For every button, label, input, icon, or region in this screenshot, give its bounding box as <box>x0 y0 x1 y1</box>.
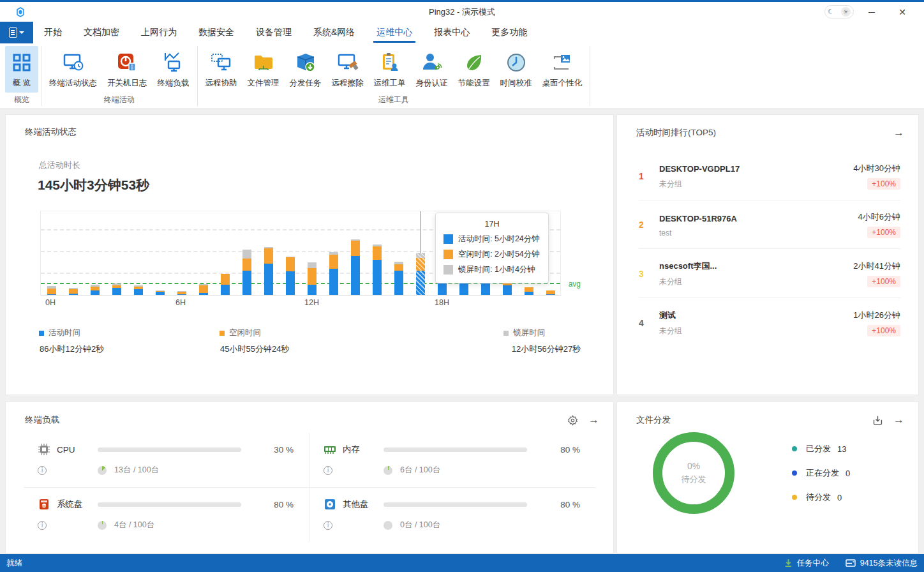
tab-report-center[interactable]: 报表中心 <box>423 22 481 43</box>
panel-title-distribution: 文件分发 <box>636 414 671 426</box>
chart-bar[interactable] <box>134 285 143 295</box>
bar-segment <box>112 288 121 295</box>
tab-web-behavior[interactable]: 上网行为 <box>130 22 188 43</box>
monitor-chart-icon <box>162 51 185 74</box>
arrow-right-icon[interactable]: → <box>893 126 904 139</box>
ribbon-item-file-management[interactable]: 文件管理 <box>242 46 285 93</box>
tab-doc-encryption[interactable]: 文档加密 <box>73 22 130 43</box>
clock-icon <box>505 51 528 74</box>
ribbon-item-time-calibration[interactable]: 时间校准 <box>495 46 537 93</box>
task-center-button[interactable]: 任务中心 <box>784 558 829 569</box>
ribbon-group-terminal-activity: 终端活动 <box>41 93 197 109</box>
monitor-clock-icon <box>62 51 85 74</box>
ribbon-item-terminal-activity[interactable]: 终端活动状态 <box>44 46 102 93</box>
tab-more-features[interactable]: 更多功能 <box>481 22 538 43</box>
bar-segment <box>308 285 317 295</box>
chart-bar[interactable] <box>329 252 338 295</box>
theme-toggle[interactable]: ☾ ☀ <box>824 5 854 19</box>
chart-legend: 活动时间 86小时12分钟2秒 空闲时间 45小时55分钟24秒 锁屏时间 12… <box>39 327 581 355</box>
ribbon-item-remote-wipe[interactable]: 远程擦除 <box>327 46 369 93</box>
metric-count: 4台 / 100台 <box>114 520 154 531</box>
unread-messages-button[interactable]: 9415条未读信息 <box>846 558 918 569</box>
activity-time: 2小时41分钟 <box>853 260 900 272</box>
chart-bar[interactable] <box>394 262 403 295</box>
legend-idle: 空闲时间 45小时55分钟24秒 <box>220 327 400 355</box>
chart-tooltip: 17H 活动时间: 5小时24分钟 空闲时间: 2小时54分钟 锁屏时间: 1小… <box>435 213 549 283</box>
bar-segment <box>221 285 230 295</box>
document-icon <box>9 27 17 38</box>
ribbon-item-ops-ticket[interactable]: 运维工单 <box>369 46 411 93</box>
chart-bar[interactable] <box>351 239 360 295</box>
donut-status: 待分发 <box>682 474 706 485</box>
metric-cpu: CPU 30 % i 13台 / 100台 <box>24 433 309 488</box>
ribbon-item-distribute-task[interactable]: 分发任务 <box>285 46 327 93</box>
chart-bar[interactable] <box>221 274 230 295</box>
pie-indicator-icon <box>384 521 392 530</box>
chart-bar[interactable] <box>242 250 251 295</box>
metric-memory: 内存 80 % i 6台 / 100台 <box>309 433 595 488</box>
ribbon-item-desktop-personalization[interactable]: 桌面个性化 <box>537 46 588 93</box>
chart-bar[interactable] <box>373 245 382 295</box>
tab-system-network[interactable]: 系统&网络 <box>302 22 366 43</box>
bar-segment <box>264 248 273 264</box>
ribbon-item-power-log[interactable]: 开关机日志 <box>102 46 153 93</box>
info-icon[interactable]: i <box>38 521 47 530</box>
folder-icon <box>252 51 275 74</box>
chart-bar[interactable] <box>199 284 208 295</box>
x-axis: 0H 6H 12H 18H <box>40 298 561 311</box>
terminal-name: nsecsoft李国... <box>659 261 717 271</box>
close-button[interactable]: ✕ <box>890 4 915 20</box>
ribbon-item-energy-saving[interactable]: 节能设置 <box>453 46 495 93</box>
tab-device-management[interactable]: 设备管理 <box>245 22 302 43</box>
ribbon-item-terminal-load[interactable]: 终端负载 <box>153 46 195 93</box>
chart-bar[interactable] <box>156 290 165 295</box>
chart-bar[interactable] <box>112 283 121 295</box>
titlebar: Ping32 - 演示模式 ☾ ☀ ─ ✕ <box>0 2 924 22</box>
distribute-download-icon[interactable] <box>872 415 883 426</box>
ribbon-group-overview: 概览 <box>3 93 41 109</box>
arrow-right-icon[interactable]: → <box>893 414 904 426</box>
ribbon-item-identity-auth[interactable]: 身份认证 <box>411 46 453 93</box>
lock-total: 12小时56分钟27秒 <box>400 343 581 355</box>
active-swatch <box>443 234 453 244</box>
chart-bar[interactable] <box>416 253 425 295</box>
app-menu-button[interactable] <box>0 22 33 43</box>
info-icon[interactable]: i <box>324 466 332 475</box>
arrow-right-icon[interactable]: → <box>588 414 599 426</box>
pie-indicator-icon <box>98 521 107 530</box>
chart-bar[interactable] <box>525 287 533 295</box>
chart-bar[interactable] <box>47 286 56 295</box>
terminal-name: DESKTOP-VGDPL17 <box>659 164 740 174</box>
memory-icon <box>324 443 336 456</box>
bar-segment <box>134 289 143 295</box>
active-total: 86小时12分钟2秒 <box>39 343 220 355</box>
info-icon[interactable]: i <box>38 466 47 475</box>
chart-bar[interactable] <box>546 290 555 295</box>
chart-bar[interactable] <box>308 262 317 295</box>
tab-start[interactable]: 开始 <box>33 22 73 43</box>
total-activity-label: 总活动时长 <box>39 160 613 171</box>
tab-data-security[interactable]: 数据安全 <box>188 22 245 43</box>
list-item: 3 nsecsoft李国... 未分组 2小时41分钟 +100% <box>639 249 900 298</box>
chart-bar[interactable] <box>264 247 273 295</box>
ribbon: 概 览 概览 终端活动状态 开关机日志 终端负载 <box>0 43 924 109</box>
menubar: 开始 文档加密 上网行为 数据安全 设备管理 系统&网络 运维中心 报表中心 更… <box>0 22 924 43</box>
gear-icon[interactable] <box>567 415 578 426</box>
bar-segment <box>329 269 338 295</box>
panel-terminal-load: 终端负载 → CPU 30 % i 13台 / <box>5 402 614 553</box>
tab-ops-center[interactable]: 运维中心 <box>366 22 423 43</box>
chart-bar[interactable] <box>69 288 78 295</box>
bar-segment <box>199 285 208 293</box>
chart-bar[interactable] <box>177 291 186 295</box>
minimize-button[interactable]: ─ <box>859 4 884 20</box>
ribbon-item-overview[interactable]: 概 览 <box>5 46 38 93</box>
chart-bar[interactable] <box>91 285 100 295</box>
activity-time: 4小时6分钟 <box>858 211 900 223</box>
power-log-icon <box>116 51 138 74</box>
info-icon[interactable]: i <box>324 521 332 530</box>
bar-segment <box>47 289 56 294</box>
envelope-icon <box>846 559 856 567</box>
ribbon-item-remote-assist[interactable]: 远程协助 <box>200 46 242 93</box>
panel-title-ranking: 活动时间排行(TOP5) <box>636 127 716 139</box>
chart-bar[interactable] <box>286 257 295 295</box>
